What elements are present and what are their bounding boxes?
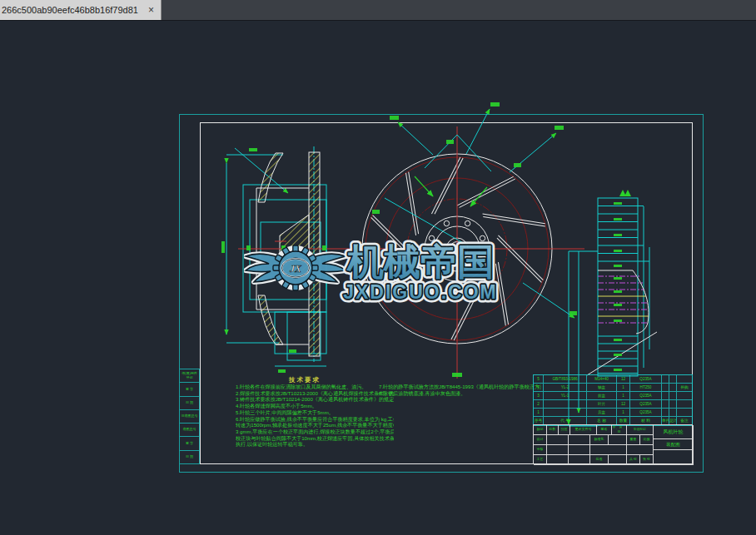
tb-std: 标准化 <box>590 435 609 445</box>
note-line: 7.叶轮的静平衡试验方法按JB/T8445-1993《通风机叶轮的静平衡校正方法… <box>379 384 541 390</box>
bom-no: 4 <box>534 384 544 392</box>
margin-strip-cell: 借(通)用件登记 <box>180 369 199 383</box>
tb-label: 标记 <box>534 425 547 435</box>
tb-sheets: 共 张 <box>627 455 640 465</box>
note-line: 3 gmm,平衡应在一个校正平面内进行,焊接校正块数量不超过2个,平衡后 <box>236 428 394 435</box>
bom-code <box>544 400 587 409</box>
bom-no: 3 <box>534 392 544 400</box>
bom-no: 2 <box>534 400 544 409</box>
note-line: 6.叶轮应做静平衡试验,残余不平衡量应符合平衡精度要求,单位为 kg,工作 <box>236 416 394 423</box>
bom-weight-total <box>669 409 677 417</box>
tech-notes-left: 1.叶轮各件在焊接前应清除坡口及其两侧的氧化皮、油污。2.焊接件技术要求按JB/… <box>236 384 394 448</box>
table-row: 3 YL-1 前盘 1 Q235A <box>534 392 692 400</box>
tb-label: 分区 <box>559 425 570 435</box>
bom-material: Q235A <box>630 400 662 409</box>
tb-weight: 重量 <box>627 435 640 445</box>
bom-material: HT250 <box>630 384 662 392</box>
bom-remark <box>677 409 692 417</box>
document-tab[interactable]: 266c500ab90eefc46b8b16f79d81 × <box>0 0 162 20</box>
table-row: 4 YL-2 轴盘 1 HT250 外购 <box>534 384 692 392</box>
left-section-view <box>226 146 356 366</box>
bom-name: 轴盘 <box>587 384 617 392</box>
drawing-title: 装配图 <box>654 439 694 450</box>
note-line: 4.叶轮各焊缝焊脚高度不小于5mm。 <box>236 403 394 409</box>
bom-name: 叶片 <box>587 400 617 409</box>
title-block: 标记 处数 分区 更改文件号 签名 年、月、日 设计 标准化 审核 工艺 批准 … <box>533 424 693 464</box>
bom-qty: 1 <box>617 409 630 417</box>
bom-name: M14×40 <box>587 375 617 384</box>
tb-page: 第 张 <box>640 455 654 465</box>
bom-qty: 12 <box>617 400 630 409</box>
bom-weight-total <box>669 384 677 392</box>
bom-remark <box>677 400 692 409</box>
note-line: 转速为1500rpm,轴承处振动速度不大于25um,残余不平衡量不大于精度G6. <box>236 422 394 428</box>
note-line: 1.叶轮各件在焊接前应清除坡口及其两侧的氧化皮、油污。 <box>236 384 394 390</box>
bom-weight-total <box>669 375 677 384</box>
table-row: 1 后盘 1 Q235A <box>534 409 692 417</box>
bom-material: Q235A <box>630 409 662 417</box>
tb-stage: 阶段标记 <box>627 425 654 435</box>
bom-code <box>544 409 587 417</box>
bom-no: 1 <box>534 409 544 417</box>
note-line: 2.焊接件技术要求按JB/T10213-2000《离心通风机焊接件技术条件》的规… <box>236 390 394 397</box>
table-row: 2 叶片 12 Q235A <box>534 400 692 409</box>
table-row: 5 GB/T893-1986 M14×40 12 Q235A <box>534 375 692 384</box>
bom-material: Q235A <box>630 392 662 400</box>
parts-list-rows: 5 GB/T893-1986 M14×40 12 Q235A 4 YL-2 轴盘… <box>534 375 692 417</box>
note-line: 3.铸件技术要求按JB/T10214-2000《离心通风机铸件技术条件》的规定执… <box>236 396 394 403</box>
tb-approve: 批准 <box>590 455 609 465</box>
margin-strip: 借(通)用件登记签 字日 期旧底图总号底图总号签 字日 期 <box>179 369 200 464</box>
note-line: 5.叶轮三个叶片,中间间隙偏差不大于5mm。 <box>236 409 394 416</box>
product-name: 风机叶轮 <box>654 425 694 439</box>
tb-label: 处数 <box>547 425 559 435</box>
bom-code: YL-1 <box>544 392 587 400</box>
margin-strip-cell: 日 期 <box>180 397 199 410</box>
parts-list: 5 GB/T893-1986 M14×40 12 Q235A 4 YL-2 轴盘… <box>533 374 693 426</box>
note-line: 执行,以保证叶轮运转平稳可靠。 <box>236 441 394 448</box>
tb-role: 工艺 <box>534 455 547 465</box>
tb-label: 年、月、日 <box>612 425 627 435</box>
tb-label: 更改文件号 <box>570 425 597 435</box>
tb-scale: 比例 <box>640 435 654 445</box>
bom-code: GB/T893-1986 <box>544 375 587 384</box>
margin-strip-cell: 签 字 <box>180 437 199 450</box>
bom-weight-each <box>662 400 669 409</box>
margin-strip-cell: 日 期 <box>180 451 199 463</box>
bom-qty: 1 <box>617 392 630 400</box>
bom-weight-each <box>662 375 669 384</box>
bom-code: YL-2 <box>544 384 587 392</box>
bom-qty: 12 <box>617 375 630 384</box>
bom-no: 5 <box>534 375 544 384</box>
bom-remark <box>677 375 692 384</box>
bom-weight-total <box>669 392 677 400</box>
bom-name: 后盘 <box>587 409 617 417</box>
tech-notes-right: 7.叶轮的静平衡试验方法按JB/T8445-1993《通风机叶轮的静平衡校正方法… <box>379 384 541 396</box>
note-line: 校正块与叶轮贴合间隙不大于10mm,校正焊缝应牢固,具体按相关技术条件 <box>236 435 394 442</box>
bom-name: 前盘 <box>587 392 617 400</box>
tb-label: 签名 <box>597 425 612 435</box>
bom-remark: 外购 <box>677 384 692 392</box>
bom-weight-each <box>662 384 669 392</box>
bom-weight-each <box>662 409 669 417</box>
cad-viewer-window: 266c500ab90eefc46b8b16f79d81 × <box>0 0 756 535</box>
impeller-front-view <box>353 109 584 379</box>
margin-strip-cell: 旧底图总号 <box>180 410 199 424</box>
bom-weight-total <box>669 400 677 409</box>
margin-strip-cell: 底图总号 <box>180 424 199 437</box>
note-line: 8.除锈后涂防锈底漆,再涂中灰色面漆。 <box>379 390 541 397</box>
bom-remark <box>677 392 692 400</box>
bom-material: Q235A <box>630 375 662 384</box>
bom-weight-each <box>662 392 669 400</box>
tab-close-icon[interactable]: × <box>148 5 154 15</box>
margin-strip-cell: 签 字 <box>180 383 199 396</box>
tb-role: 审核 <box>534 445 547 455</box>
bom-qty: 1 <box>617 384 630 392</box>
tb-role: 设计 <box>534 435 547 445</box>
tab-title: 266c500ab90eefc46b8b16f79d81 <box>2 5 138 15</box>
tab-bar: 266c500ab90eefc46b8b16f79d81 × <box>0 0 756 21</box>
